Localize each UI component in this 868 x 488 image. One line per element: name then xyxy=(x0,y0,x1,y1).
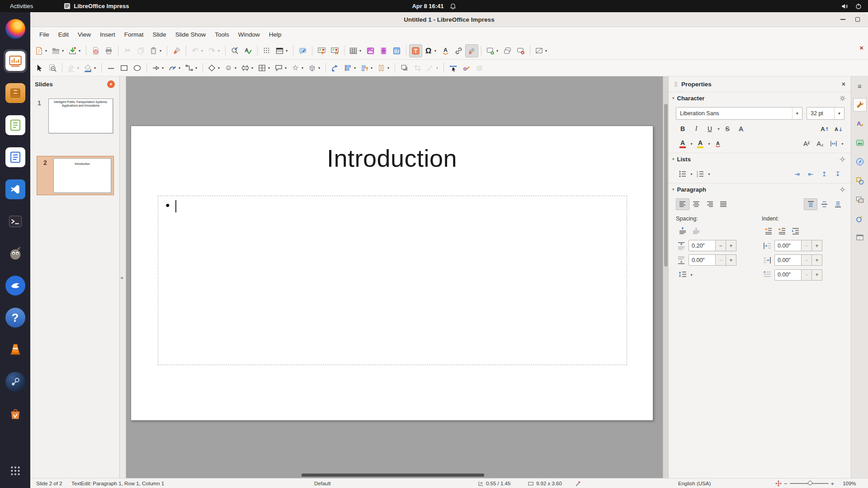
maximize-icon[interactable] xyxy=(855,17,860,22)
ordered-list-caret-icon[interactable]: ▾ xyxy=(707,172,711,176)
connectors-button[interactable]: ▾ xyxy=(183,61,200,75)
dropdown-caret-icon[interactable]: ▾ xyxy=(217,66,221,70)
dropdown-caret-icon[interactable]: ▾ xyxy=(44,49,48,53)
rotate-button[interactable] xyxy=(329,61,342,75)
panel-splitter[interactable]: ◂ xyxy=(120,76,126,478)
find-replace-button[interactable] xyxy=(228,44,241,57)
start-first-slide-button[interactable] xyxy=(315,44,328,57)
tab-properties[interactable] xyxy=(853,98,867,112)
zoom-controls[interactable]: − + 109% xyxy=(775,479,856,488)
tab-slide-transition[interactable] xyxy=(853,193,867,206)
indent-first-line-input[interactable]: 0.00″ xyxy=(774,269,802,281)
demote-button[interactable]: ⇥ xyxy=(790,168,804,180)
dropdown-caret-icon[interactable]: ▾ xyxy=(433,49,438,53)
clock[interactable]: Apr 8 16:41 xyxy=(412,3,456,9)
dropdown-caret-icon[interactable]: ▾ xyxy=(177,66,182,70)
vertical-scrollbar[interactable] xyxy=(663,76,668,478)
dropdown-caret-icon[interactable]: ▾ xyxy=(250,66,255,70)
select-button[interactable] xyxy=(33,61,46,75)
dropdown-caret-icon[interactable]: ▾ xyxy=(200,49,204,53)
tab-navigator[interactable] xyxy=(853,155,867,169)
hanging-indent-button[interactable] xyxy=(789,225,802,237)
underline-caret-icon[interactable]: ▾ xyxy=(717,127,721,131)
slides-panel-close-icon[interactable]: × xyxy=(107,80,115,88)
character-section-header[interactable]: ▾ Character xyxy=(669,92,851,104)
curves-polygons-button[interactable]: ▾ xyxy=(166,61,183,75)
align-center-button[interactable] xyxy=(689,198,703,210)
subscript-button[interactable]: A₂ xyxy=(813,138,827,150)
bold-button[interactable]: B xyxy=(676,123,689,135)
zoom-slider[interactable] xyxy=(790,483,829,484)
dropdown-caret-icon[interactable]: ▾ xyxy=(317,66,321,70)
basic-shapes-button[interactable]: ▾ xyxy=(206,61,222,75)
minimize-icon[interactable] xyxy=(840,19,845,20)
unordered-list-caret-icon[interactable]: ▾ xyxy=(689,172,693,176)
lists-section-header[interactable]: ▾ Lists xyxy=(669,153,851,165)
dropdown-caret-icon[interactable]: ▾ xyxy=(158,49,163,53)
title-bar[interactable]: Untitled 1 - LibreOffice Impress xyxy=(30,12,868,27)
dropdown-caret-icon[interactable]: ▾ xyxy=(284,49,289,53)
export-pdf-button[interactable]: A xyxy=(89,44,102,57)
collapse-icon[interactable]: ▾ xyxy=(672,157,675,161)
insert-media-button[interactable] xyxy=(377,44,390,57)
flowchart-button[interactable]: ▾ xyxy=(256,61,273,75)
menu-tools[interactable]: Tools xyxy=(210,29,234,40)
display-grid-button[interactable] xyxy=(260,44,274,57)
insert-table-button[interactable]: ▾ xyxy=(347,44,364,57)
lines-arrows-button[interactable]: ▾ xyxy=(150,61,166,75)
menu-edit[interactable]: Edit xyxy=(54,29,73,40)
zoom-percent[interactable]: 109% xyxy=(843,481,856,486)
increase-indent-button[interactable] xyxy=(762,225,775,237)
duplicate-slide-button[interactable] xyxy=(501,44,514,57)
tab-styles[interactable]: A xyxy=(853,117,867,131)
shadow-button[interactable] xyxy=(398,61,411,75)
underline-button[interactable]: U xyxy=(703,123,717,135)
edit-points-button[interactable] xyxy=(447,61,460,75)
dropdown-caret-icon[interactable]: ▾ xyxy=(217,49,221,53)
zoom-in-button[interactable]: + xyxy=(831,480,835,487)
ordered-list-button[interactable]: 123 xyxy=(693,168,707,180)
dropdown-caret-icon[interactable]: ▾ xyxy=(369,66,374,70)
rectangle-shape-button[interactable] xyxy=(118,61,131,75)
block-arrows-button[interactable]: ▾ xyxy=(239,61,256,75)
ellipse-shape-button[interactable] xyxy=(131,61,144,75)
decrease-font-size-button[interactable]: A xyxy=(831,123,844,135)
indent-after-plus-button[interactable]: + xyxy=(812,254,822,266)
slide-thumbnail-1[interactable]: 1 Intelligent Public Transportation Syst… xyxy=(30,99,119,133)
dropdown-caret-icon[interactable]: ▾ xyxy=(283,66,288,70)
topbar-app-indicator[interactable]: LibreOffice Impress xyxy=(64,3,129,9)
insert-text-box-button[interactable] xyxy=(409,44,422,57)
stars-button[interactable]: ☆▾ xyxy=(289,61,306,75)
glue-points-button[interactable] xyxy=(460,61,473,75)
tab-shapes[interactable] xyxy=(853,174,867,188)
tab-master-slides[interactable] xyxy=(853,231,867,244)
spacing-above-plus-button[interactable]: + xyxy=(726,240,736,251)
font-size-select[interactable]: 32 pt ▼ xyxy=(807,107,844,120)
dropdown-caret-icon[interactable]: ▾ xyxy=(93,66,97,70)
new-slide-button[interactable]: ▾ xyxy=(484,44,501,57)
dropdown-caret-icon[interactable]: ▾ xyxy=(233,66,238,70)
slide-title-text[interactable]: Introduction xyxy=(131,144,653,172)
insert-line-button[interactable] xyxy=(104,61,118,75)
chevron-down-icon[interactable]: ▼ xyxy=(792,108,802,119)
close-document-icon[interactable]: × xyxy=(859,44,863,52)
language-status[interactable]: English (USA) xyxy=(678,479,711,488)
align-top-button[interactable] xyxy=(804,198,817,210)
content-placeholder[interactable]: ● xyxy=(158,196,627,365)
insert-comment-button[interactable] xyxy=(296,44,309,57)
dropdown-caret-icon[interactable]: ▾ xyxy=(386,66,391,70)
horizontal-scrollbar[interactable] xyxy=(302,474,484,477)
collapse-icon[interactable]: ▾ xyxy=(672,96,675,100)
indent-before-plus-button[interactable]: + xyxy=(812,240,822,251)
callouts-button[interactable]: ▾ xyxy=(273,61,289,75)
dock-item-show-applications[interactable] xyxy=(4,459,27,483)
panel-grip-icon[interactable]: ⣿ xyxy=(674,81,677,87)
dock-item-files[interactable] xyxy=(4,81,27,105)
move-up-button[interactable]: ↥ xyxy=(817,168,831,180)
paste-button[interactable]: ▾ xyxy=(147,44,164,57)
print-button[interactable] xyxy=(102,44,115,57)
open-folder-button[interactable]: ▾ xyxy=(50,44,66,57)
slide-style[interactable]: Default xyxy=(314,479,330,488)
line-spacing-button[interactable] xyxy=(676,269,689,281)
3d-objects-button[interactable]: ▾ xyxy=(306,61,323,75)
